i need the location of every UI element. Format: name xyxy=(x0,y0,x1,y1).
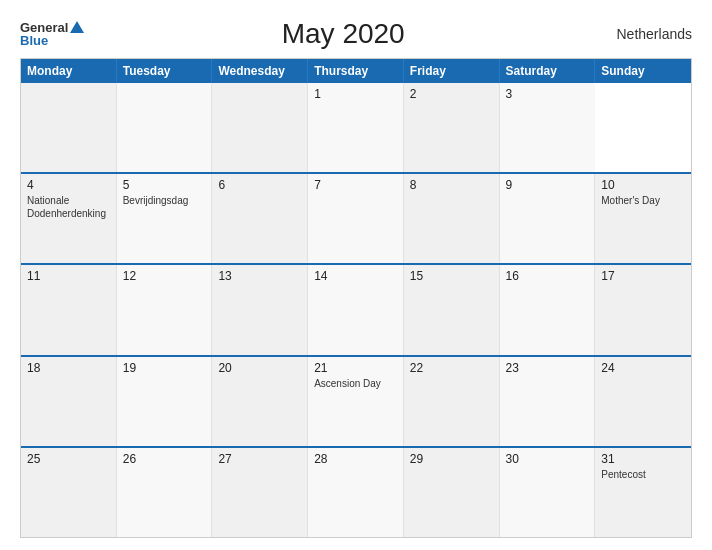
cell-day-14: 14 xyxy=(308,265,404,354)
cell-day-6: 6 xyxy=(212,174,308,263)
cell-day-11: 11 xyxy=(21,265,117,354)
cell-day-5: 5 Bevrijdingsdag xyxy=(117,174,213,263)
cell-day-31: 31 Pentecost xyxy=(595,448,691,537)
cell-day-16: 16 xyxy=(500,265,596,354)
cell-day-26: 26 xyxy=(117,448,213,537)
week-row-4: 18 19 20 21 Ascension Day 22 23 xyxy=(21,355,691,446)
cell-day-7: 7 xyxy=(308,174,404,263)
col-tuesday: Tuesday xyxy=(117,59,213,83)
col-wednesday: Wednesday xyxy=(212,59,308,83)
cell-day-13: 13 xyxy=(212,265,308,354)
cell-day-10: 10 Mother's Day xyxy=(595,174,691,263)
cell-day-28: 28 xyxy=(308,448,404,537)
calendar-header-row: Monday Tuesday Wednesday Thursday Friday… xyxy=(21,59,691,83)
calendar: Monday Tuesday Wednesday Thursday Friday… xyxy=(20,58,692,538)
country-label: Netherlands xyxy=(602,26,692,42)
cell-day-8: 8 xyxy=(404,174,500,263)
cell-day-25: 25 xyxy=(21,448,117,537)
week-row-5: 25 26 27 28 29 30 31 P xyxy=(21,446,691,537)
cell-day-3: 3 xyxy=(500,83,596,172)
col-monday: Monday xyxy=(21,59,117,83)
cell-day-12: 12 xyxy=(117,265,213,354)
col-thursday: Thursday xyxy=(308,59,404,83)
col-friday: Friday xyxy=(404,59,500,83)
logo-triangle-icon xyxy=(70,21,84,33)
cell-day-22: 22 xyxy=(404,357,500,446)
logo: General Blue xyxy=(20,21,84,47)
week-row-3: 11 12 13 14 15 16 17 xyxy=(21,263,691,354)
cell-day-30: 30 xyxy=(500,448,596,537)
cell-day-24: 24 xyxy=(595,357,691,446)
cell-day-29: 29 xyxy=(404,448,500,537)
page: General Blue May 2020 Netherlands Monday… xyxy=(0,0,712,550)
col-sunday: Sunday xyxy=(595,59,691,83)
week-row-1: 1 2 3 xyxy=(21,83,691,172)
header: General Blue May 2020 Netherlands xyxy=(20,18,692,50)
cell-day-15: 15 xyxy=(404,265,500,354)
cell-day-9: 9 xyxy=(500,174,596,263)
cell-day-2: 2 xyxy=(404,83,500,172)
cell-empty-wed1 xyxy=(212,83,308,172)
cell-day-18: 18 xyxy=(21,357,117,446)
week-row-2: 4 Nationale Dodenherdenking 5 Bevrijding… xyxy=(21,172,691,263)
cell-day-21: 21 Ascension Day xyxy=(308,357,404,446)
col-saturday: Saturday xyxy=(500,59,596,83)
logo-blue-text: Blue xyxy=(20,34,48,47)
cell-empty-tue1 xyxy=(117,83,213,172)
calendar-body: 1 2 3 4 Nationale Dodenherdenking 5 Bevr… xyxy=(21,83,691,537)
cell-day-4: 4 Nationale Dodenherdenking xyxy=(21,174,117,263)
cell-empty-mon1 xyxy=(21,83,117,172)
cell-day-20: 20 xyxy=(212,357,308,446)
cell-day-27: 27 xyxy=(212,448,308,537)
cell-day-19: 19 xyxy=(117,357,213,446)
cell-day-1: 1 xyxy=(308,83,404,172)
cell-day-23: 23 xyxy=(500,357,596,446)
cell-day-17: 17 xyxy=(595,265,691,354)
calendar-title: May 2020 xyxy=(84,18,602,50)
